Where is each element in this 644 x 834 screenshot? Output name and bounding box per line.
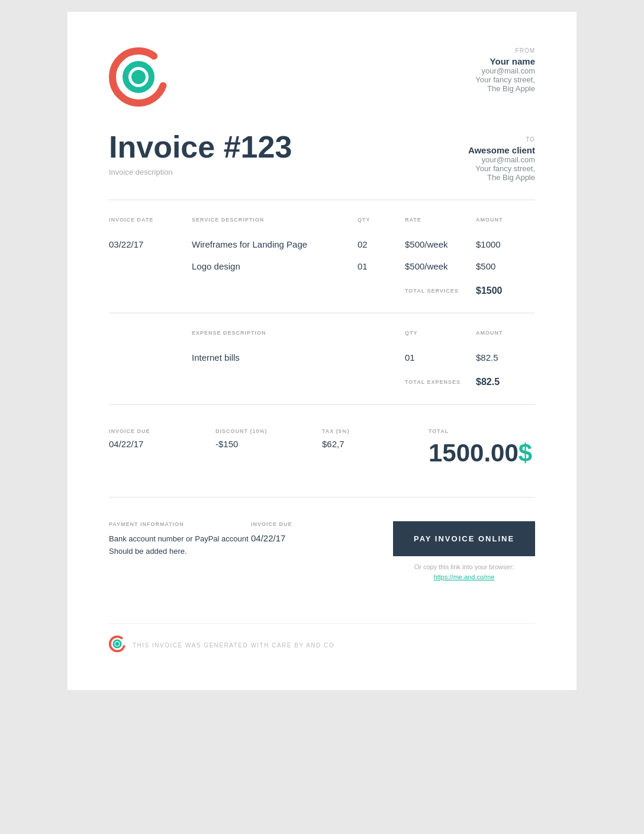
company-logo — [109, 47, 168, 107]
col-amount: AMOUNT — [476, 217, 535, 223]
col-invoice-date: INVOICE DATE — [109, 217, 192, 223]
expense-qty-1: 01 — [405, 352, 476, 363]
from-email: your@mail.com — [475, 66, 535, 75]
payment-due-col: INVOICE DUE 04/22/17 — [251, 521, 393, 543]
divider-4 — [109, 497, 535, 498]
empty-exp-header — [109, 330, 192, 336]
summary-tax-value: $62,7 — [322, 439, 429, 449]
from-block: FROM Your name your@mail.com Your fancy … — [475, 47, 535, 93]
page-header: FROM Your name your@mail.com Your fancy … — [109, 47, 535, 107]
to-label: TO — [468, 136, 535, 143]
footer-logo — [109, 636, 125, 655]
divider-3 — [109, 404, 535, 405]
from-city: The Big Apple — [475, 84, 535, 93]
services-total-value: $1500 — [476, 286, 535, 296]
pay-invoice-button[interactable]: PAY INVOICE ONLINE — [393, 521, 535, 556]
service-amount-1: $1000 — [476, 239, 535, 249]
summary-invoice-due-col: INVOICE DUE 04/22/17 — [109, 428, 215, 467]
expenses-total-value: $82.5 — [476, 377, 535, 387]
to-email: your@mail.com — [468, 155, 535, 164]
svg-point-2 — [131, 70, 146, 84]
services-section: INVOICE DATE SERVICE DESCRIPTION QTY RAT… — [109, 212, 535, 301]
invoice-title-row: Invoice #123 Invoice description TO Awes… — [109, 130, 535, 182]
table-row: Internet bills 01 $82.5 — [109, 347, 535, 368]
col-rate: RATE — [405, 217, 476, 223]
services-total-row: TOTAL SERVICES $1500 — [109, 281, 535, 301]
col-service-desc: SERVICE DESCRIPTION — [192, 217, 358, 223]
total-amount-number: 1500.00 — [429, 439, 519, 467]
pay-button-col: PAY INVOICE ONLINE Or copy this link int… — [393, 521, 535, 582]
invoice-page: FROM Your name your@mail.com Your fancy … — [67, 12, 577, 690]
invoice-date-value: 03/22/17 — [109, 239, 192, 249]
summary-total-col: TOTAL 1500.00$ — [429, 428, 535, 467]
summary-total-label: TOTAL — [429, 428, 535, 434]
summary-section: INVOICE DUE 04/22/17 DISCOUNT (10%) -$15… — [109, 416, 535, 479]
table-row: Logo design 01 $500/week $500 — [109, 255, 535, 277]
expense-desc-1: Internet bills — [192, 352, 405, 363]
divider-1 — [109, 200, 535, 200]
col-exp-qty: QTY — [405, 330, 476, 336]
payment-info-label: PAYMENT INFORMATION — [109, 521, 251, 527]
total-currency-symbol: $ — [519, 439, 532, 467]
to-block: TO Awesome client your@mail.com Your fan… — [468, 136, 535, 182]
expense-amount-1: $82.5 — [476, 352, 535, 363]
service-amount-2: $500 — [476, 261, 535, 271]
expenses-table-header: EXPENSE DESCRIPTION QTY AMOUNT — [109, 325, 535, 341]
col-exp-amount: AMOUNT — [476, 330, 535, 336]
expenses-section: EXPENSE DESCRIPTION QTY AMOUNT Internet … — [109, 325, 535, 392]
services-table-header: INVOICE DATE SERVICE DESCRIPTION QTY RAT… — [109, 212, 535, 227]
services-total-label: TOTAL SERVICES — [405, 288, 476, 294]
summary-invoice-due-value: 04/22/17 — [109, 439, 215, 449]
service-desc-2: Logo design — [192, 261, 358, 271]
svg-point-5 — [115, 642, 120, 646]
service-qty-1: 02 — [358, 239, 405, 249]
summary-tax-col: TAX (5%) $62,7 — [322, 428, 429, 467]
summary-discount-col: DISCOUNT (10%) -$150 — [215, 428, 322, 467]
pay-link-text: Or copy this link into your browser: htt… — [414, 562, 514, 582]
from-label: FROM — [475, 47, 535, 54]
pay-link-prefix: Or copy this link into your browser: — [414, 563, 514, 570]
service-desc-1: Wireframes for Landing Page — [192, 239, 358, 249]
expenses-total-label: TOTAL EXPENSES — [405, 379, 476, 385]
from-name: Your name — [475, 56, 535, 66]
col-qty: QTY — [358, 217, 405, 223]
to-street: Your fancy street, — [468, 164, 535, 173]
col-expense-desc: EXPENSE DESCRIPTION — [192, 330, 405, 336]
service-rate-2: $500/week — [405, 261, 476, 271]
footer-text: THIS INVOICE WAS GENERATED WITH CARE BY … — [133, 642, 334, 649]
to-city: The Big Apple — [468, 173, 535, 182]
payment-info-text: Bank account number or PayPal accountSho… — [109, 533, 251, 558]
to-name: Awesome client — [468, 145, 535, 155]
payment-due-date: 04/22/17 — [251, 533, 393, 543]
invoice-title-block: Invoice #123 Invoice description — [109, 130, 292, 177]
invoice-description: Invoice description — [109, 168, 292, 177]
expenses-total-row: TOTAL EXPENSES $82.5 — [109, 372, 535, 392]
invoice-title: Invoice #123 — [109, 130, 292, 164]
summary-total-amount: 1500.00$ — [429, 439, 535, 467]
service-qty-2: 01 — [358, 261, 405, 271]
payment-section: PAYMENT INFORMATION Bank account number … — [109, 509, 535, 594]
payment-due-label: INVOICE DUE — [251, 521, 393, 527]
page-footer: THIS INVOICE WAS GENERATED WITH CARE BY … — [109, 623, 535, 655]
summary-discount-value: -$150 — [215, 439, 322, 449]
table-row: 03/22/17 Wireframes for Landing Page 02 … — [109, 233, 535, 255]
pay-link-url[interactable]: https://me.and.co/me — [434, 573, 495, 580]
summary-discount-label: DISCOUNT (10%) — [215, 428, 322, 434]
divider-2 — [109, 313, 535, 313]
service-rate-1: $500/week — [405, 239, 476, 249]
payment-info-col: PAYMENT INFORMATION Bank account number … — [109, 521, 251, 558]
summary-tax-label: TAX (5%) — [322, 428, 429, 434]
from-street: Your fancy street, — [475, 75, 535, 84]
summary-invoice-due-label: INVOICE DUE — [109, 428, 215, 434]
